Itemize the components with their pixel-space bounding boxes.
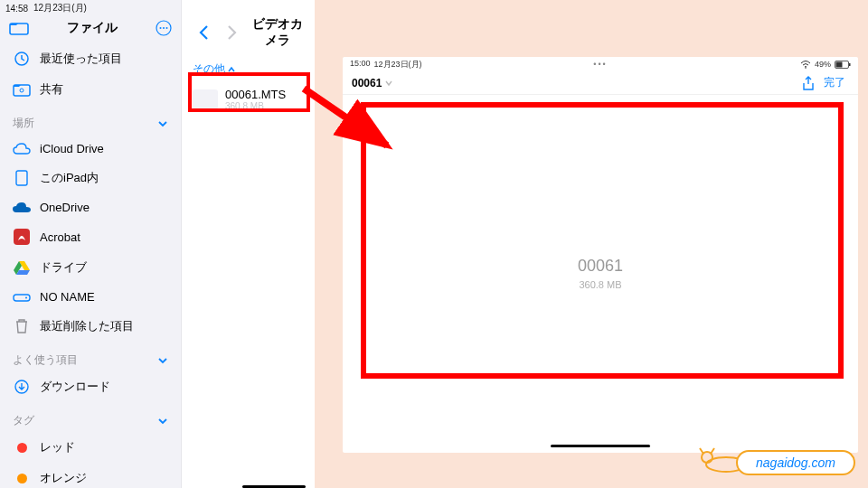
file-meta: 00061.MTS 360.8 MB — [225, 88, 286, 111]
sidebar-item-icloud[interactable]: iCloud Drive — [0, 135, 181, 163]
download-icon — [13, 379, 31, 395]
left-device-screenshot: 14:58 12月23日(月) ファイル 最近使った項目 共有 場所 iC — [0, 0, 315, 488]
file-name: 00061.MTS — [225, 88, 286, 101]
chevron-down-icon — [157, 416, 168, 427]
sidebar-item-label: 最近使った項目 — [40, 51, 122, 67]
svg-rect-8 — [16, 171, 27, 185]
battery-percent: 49% — [815, 60, 831, 69]
svg-rect-10 — [14, 295, 30, 301]
acrobat-icon — [13, 229, 31, 245]
section-label: タグ — [13, 413, 34, 428]
sidebar-item-label: 共有 — [40, 81, 63, 98]
watermark-text: nagaidog.com — [736, 450, 855, 475]
folder-icon[interactable] — [9, 21, 29, 35]
preview-title-group[interactable]: 00061 — [352, 77, 392, 89]
ipad-icon — [13, 170, 31, 186]
right-device-screenshot: 15:00 12月23日(月) ••• 49% 00061 完了 00061 3… — [343, 57, 858, 453]
more-icon[interactable] — [156, 20, 172, 36]
done-button[interactable]: 完了 — [820, 75, 849, 90]
sidebar-item-onedrive[interactable]: OneDrive — [0, 193, 181, 221]
sidebar-section-places[interactable]: 場所 — [0, 105, 181, 135]
sidebar-item-label: 最近削除した項目 — [40, 318, 134, 334]
wifi-icon — [800, 61, 811, 69]
chevron-down-icon — [157, 118, 168, 129]
sidebar-header: ファイル — [0, 16, 181, 43]
svg-rect-16 — [849, 63, 851, 66]
column-header: ビデオカメラ — [182, 0, 315, 56]
svg-rect-15 — [836, 61, 843, 67]
sidebar-item-ipad[interactable]: このiPad内 — [0, 163, 181, 193]
sidebar-tag-red[interactable]: レッド — [0, 432, 181, 463]
file-row[interactable]: 00061.MTS 360.8 MB — [182, 82, 315, 117]
preview-header: 00061 完了 — [343, 71, 858, 95]
svg-point-3 — [163, 27, 165, 29]
preview-title: 00061 — [352, 77, 382, 89]
sidebar-item-downloads[interactable]: ダウンロード — [0, 371, 181, 402]
sidebar: 14:58 12月23日(月) ファイル 最近使った項目 共有 場所 iC — [0, 0, 181, 488]
drive-icon — [13, 292, 31, 303]
sidebar-title: ファイル — [29, 20, 156, 36]
sidebar-item-label: ダウンロード — [40, 379, 110, 395]
chevron-down-icon — [385, 80, 392, 87]
onedrive-icon — [13, 202, 31, 213]
cloud-icon — [13, 143, 31, 155]
section-label: 場所 — [13, 116, 34, 131]
preview-body: 00061 360.8 MB — [343, 95, 858, 451]
sidebar-item-label: Acrobat — [40, 230, 80, 244]
forward-button — [218, 24, 247, 41]
other-dropdown[interactable]: その他 — [182, 56, 247, 82]
sidebar-item-acrobat[interactable]: Acrobat — [0, 221, 181, 252]
battery-icon — [835, 61, 851, 69]
svg-point-2 — [160, 27, 162, 29]
status-dots: ••• — [517, 60, 684, 69]
status-time: 14:58 — [5, 4, 28, 14]
sidebar-tag-orange[interactable]: オレンジ — [0, 463, 181, 488]
sidebar-item-drive[interactable]: ドライブ — [0, 252, 181, 283]
sidebar-item-recent[interactable]: 最近使った項目 — [0, 43, 181, 74]
file-column: ビデオカメラ その他 00061.MTS 360.8 MB — [181, 0, 315, 488]
preview-filename: 00061 — [578, 257, 623, 276]
svg-point-7 — [20, 89, 24, 92]
status-time: 15:00 — [350, 59, 371, 70]
home-indicator — [551, 445, 650, 447]
file-size: 360.8 MB — [225, 101, 286, 111]
sidebar-item-noname[interactable]: NO NAME — [0, 283, 181, 311]
sidebar-item-label: NO NAME — [40, 290, 95, 304]
sidebar-section-tags[interactable]: タグ — [0, 402, 181, 432]
svg-point-4 — [166, 27, 168, 29]
sidebar-item-label: iCloud Drive — [40, 142, 104, 155]
sidebar-item-share[interactable]: 共有 — [0, 74, 181, 105]
svg-point-13 — [805, 67, 807, 69]
tag-dot-icon — [13, 443, 31, 453]
status-date: 12月23日(月) — [374, 59, 422, 70]
watermark: nagaidog.com — [736, 450, 855, 475]
sidebar-item-label: レッド — [40, 439, 75, 455]
shared-folder-icon — [13, 82, 31, 97]
preview-filesize: 360.8 MB — [579, 279, 621, 290]
section-label: よく使う項目 — [13, 352, 78, 368]
share-button[interactable] — [797, 76, 820, 90]
column-title: ビデオカメラ — [247, 16, 307, 49]
status-date: 12月23日(月) — [33, 2, 87, 14]
tag-dot-icon — [13, 474, 31, 483]
status-bar: 15:00 12月23日(月) ••• 49% — [343, 57, 858, 71]
chevron-down-icon — [157, 355, 168, 366]
sidebar-section-favorites[interactable]: よく使う項目 — [0, 342, 181, 371]
other-label: その他 — [193, 61, 225, 77]
clock-icon — [13, 51, 31, 67]
sidebar-item-label: OneDrive — [40, 201, 90, 214]
gdrive-icon — [13, 260, 31, 275]
trash-icon — [13, 318, 31, 334]
file-thumbnail-icon — [193, 89, 218, 109]
back-button[interactable] — [189, 24, 218, 41]
chevron-up-icon — [227, 65, 236, 74]
sidebar-item-label: このiPad内 — [40, 170, 99, 186]
svg-point-11 — [25, 296, 27, 298]
status-bar: 14:58 12月23日(月) — [0, 0, 181, 16]
sidebar-item-trash[interactable]: 最近削除した項目 — [0, 311, 181, 342]
sidebar-item-label: ドライブ — [40, 259, 87, 276]
sidebar-item-label: オレンジ — [40, 470, 87, 486]
